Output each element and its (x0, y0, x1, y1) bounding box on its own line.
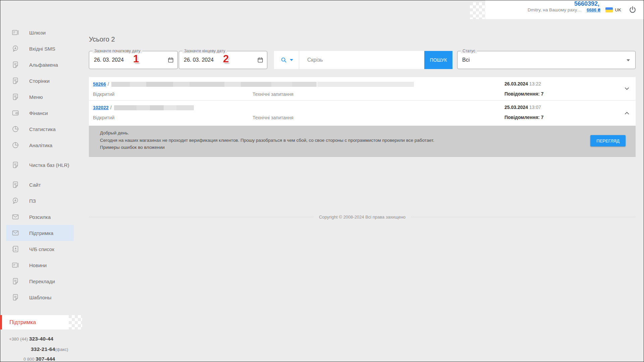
redacted-subject (111, 82, 317, 87)
sidebar-item-label: Меню (29, 93, 43, 101)
sidebar-item-blacklist[interactable]: Ч/Б список (6, 241, 74, 257)
chevron-down-icon (627, 59, 630, 61)
ticket-category: Технічні запитання (253, 92, 293, 97)
sidebar-item-label: Шлюзи (29, 29, 46, 37)
sidebar-item-support[interactable]: Підтримка (6, 225, 74, 241)
start-date-value: 26. 03. 2024 (94, 57, 124, 63)
ticket-id-link[interactable]: 58266 (93, 81, 106, 87)
support-contact-box: Підтримка (0, 315, 69, 329)
incoming-sms-icon (11, 45, 19, 53)
envelope-icon (11, 229, 19, 237)
screen: Dmitry, на Вашому раху… 5660392,6686 ₴ U… (0, 0, 644, 362)
incoming-sms-icon (11, 197, 19, 205)
calendar-icon[interactable] (257, 57, 264, 63)
sidebar-item-label: ПЗ (29, 197, 36, 205)
start-date-input[interactable]: Зазначте початкову дату 26. 03. 2024 1 (89, 51, 178, 69)
filters-row: Зазначте початкову дату 26. 03. 2024 1 З… (89, 51, 636, 69)
ticket-id-link[interactable]: 102022 (93, 105, 109, 110)
sidebar-item-finances[interactable]: Фінанси (6, 105, 74, 121)
search-bar: ПОШУК (274, 51, 452, 69)
phone-line-1: +380 (44) 323-40-44 (9, 336, 86, 342)
ticket-status: Відкритий (93, 92, 114, 97)
sidebar-item-alphanames[interactable]: Альфаімена (6, 57, 74, 73)
sidebar-item-label: Сайт (29, 181, 41, 189)
pie-chart-icon (11, 141, 19, 149)
sidebar-item-translations[interactable]: Переклади (6, 273, 74, 289)
sidebar: Шлюзи Вхідні SMS Альфаімена Сторінки Мен… (0, 24, 80, 305)
id-separator: / (108, 81, 109, 87)
ticket-category: Технічні запитання (253, 115, 293, 120)
copyright-text: Copyright © 2008-2024 Всі права захищено (319, 215, 406, 220)
sidebar-item-mailing[interactable]: Розсилка (6, 209, 74, 225)
sidebar-item-label: Новини (29, 261, 47, 269)
search-button[interactable]: ПОШУК (424, 51, 452, 69)
ticket-datetime: 25.03.2024 13:07 (504, 105, 541, 110)
ticket-row-102022[interactable]: 102022 / Відкритий Технічні запитання 25… (89, 101, 636, 126)
document-icon (11, 181, 19, 189)
sidebar-item-label: Чистка баз (HLR) (29, 161, 69, 169)
sidebar-item-label: Статистика (29, 125, 56, 133)
ticket-row-58266[interactable]: 58266 / Відкритий Технічні запитання 26.… (89, 77, 636, 101)
pixel-decoration (69, 315, 82, 329)
document-icon (11, 161, 19, 169)
tickets-list: 58266 / Відкритий Технічні запитання 26.… (89, 77, 636, 157)
message-line: Сегодня на наших магазинах не проходит в… (100, 138, 636, 143)
sidebar-item-label: Розсилка (29, 213, 51, 221)
sidebar-item-templates[interactable]: Шаблоны (6, 289, 74, 305)
calendar-icon[interactable] (167, 57, 174, 63)
sidebar-item-label: Аналітика (29, 141, 52, 149)
search-input[interactable] (299, 51, 424, 69)
search-scope-dropdown[interactable] (274, 51, 299, 69)
status-value: Всі (462, 57, 470, 63)
document-icon (11, 293, 19, 301)
support-contact-label: Підтримка (2, 319, 36, 325)
sidebar-item-site[interactable]: Сайт (6, 177, 74, 193)
redacted-subject (114, 105, 194, 110)
sidebar-item-gateways[interactable]: Шлюзи (6, 24, 74, 41)
sidebar-item-incoming-sms[interactable]: Вхідні SMS (6, 41, 74, 57)
contacts-icon (11, 245, 19, 253)
end-date-value: 26. 03. 2024 (184, 57, 214, 63)
phone-line-2: 332-21-64(факс) (9, 346, 86, 352)
total-count-heading: Усього 2 (89, 36, 115, 43)
sidebar-item-label: Альфаімена (29, 61, 58, 69)
sidebar-item-software[interactable]: ПЗ (6, 193, 74, 209)
end-date-label: Зазначте кінцеву дату (182, 49, 227, 53)
sidebar-item-analytics[interactable]: Аналітика (6, 137, 74, 153)
search-icon (280, 56, 287, 64)
wallet-icon (11, 109, 19, 117)
sidebar-item-menu[interactable]: Меню (6, 89, 74, 105)
redacted-subject-tail (317, 82, 414, 87)
sidebar-item-label: Переклади (29, 278, 55, 285)
sidebar-item-news[interactable]: Новини (6, 257, 74, 273)
ticket-status: Відкритий (93, 115, 114, 120)
support-phones: +380 (44) 323-40-44 332-21-64(факс) 0 80… (9, 336, 86, 362)
document-icon (11, 93, 19, 101)
sidebar-item-label: Підтримка (29, 229, 53, 237)
document-icon (11, 61, 19, 69)
start-date-label: Зазначте початкову дату (93, 49, 142, 53)
ticket-datetime: 26.03.2024 13:22 (504, 81, 541, 86)
sidebar-item-label: Сторінки (29, 77, 50, 85)
envelope-icon (11, 213, 19, 221)
pie-chart-icon (11, 125, 19, 133)
chevron-up-icon[interactable] (623, 109, 631, 117)
end-date-input[interactable]: Зазначте кінцеву дату 26. 03. 2024 2 (179, 51, 267, 69)
sidebar-item-pages[interactable]: Сторінки (6, 73, 74, 89)
annotation-step-2: 2 (223, 53, 229, 65)
ticket-messages-count: Повідомлення: 7 (504, 115, 544, 120)
sidebar-item-label: Ч/Б список (29, 245, 54, 253)
main-content: Усього 2 Зазначте початкову дату 26. 03.… (89, 0, 636, 362)
view-button[interactable]: ПЕРЕГЛЯД (590, 135, 626, 146)
ticket-messages-count: Повідомлення: 7 (504, 91, 544, 97)
gateway-icon (11, 28, 19, 37)
document-icon (11, 77, 19, 85)
id-separator: / (110, 105, 112, 110)
sidebar-item-statistics[interactable]: Статистика (6, 121, 74, 137)
annotation-step-1: 1 (133, 53, 139, 65)
status-select[interactable]: Статус Всі (457, 51, 636, 69)
sidebar-item-hlr-cleaning[interactable]: Чистка баз (HLR) (6, 153, 74, 177)
message-line: Добрый день. (100, 130, 636, 135)
divider (89, 217, 314, 217)
chevron-down-icon[interactable] (623, 84, 631, 93)
